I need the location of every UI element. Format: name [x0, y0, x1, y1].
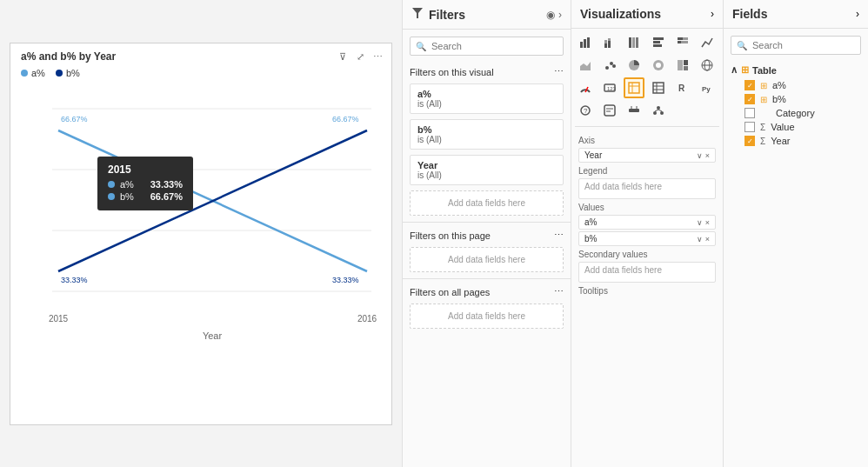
viz-axis-remove[interactable]: ×	[705, 151, 710, 160]
viz-icon-line[interactable]	[697, 32, 718, 53]
fields-checkbox-year[interactable]: ✓	[744, 136, 755, 146]
viz-icon-card[interactable]: 123	[599, 77, 620, 98]
viz-icon-bar[interactable]	[575, 32, 596, 53]
filter-item-a[interactable]: a% is (All)	[410, 83, 564, 114]
viz-values-a-chevron[interactable]: ∨	[697, 218, 703, 227]
fields-label-category: Category	[776, 108, 815, 118]
filters-allpages-more[interactable]: ⋯	[554, 286, 564, 297]
viz-icon-stackbar[interactable]	[599, 32, 620, 53]
filters-page-more[interactable]: ⋯	[554, 230, 564, 241]
svg-point-42	[656, 63, 661, 68]
viz-icon-hbar[interactable]	[648, 32, 669, 53]
fields-search-input[interactable]	[731, 36, 861, 55]
fields-item-category[interactable]: Category	[727, 106, 865, 120]
svg-point-70	[653, 111, 657, 115]
filters-label: Filters	[429, 8, 465, 22]
fields-label-b: b%	[772, 94, 786, 104]
filters-search-input[interactable]	[410, 37, 564, 56]
fields-table-header[interactable]: ∧ ⊞ Table	[727, 62, 865, 78]
viz-panel: Visualizations › 123 R Py ? Ax	[571, 0, 724, 467]
svg-rect-32	[678, 37, 683, 40]
svg-rect-20	[584, 39, 586, 48]
fields-expand-icon[interactable]: ›	[856, 8, 859, 20]
filters-visual-more[interactable]: ⋯	[554, 66, 564, 77]
filters-add-visual[interactable]: Add data fields here	[410, 190, 564, 216]
expand-icon[interactable]: ⤢	[353, 50, 367, 64]
viz-icon-100bar[interactable]	[624, 32, 644, 53]
filter-item-a-value: is (All)	[417, 99, 556, 109]
filter-item-year[interactable]: Year is (All)	[410, 155, 564, 185]
legend-item-b: b%	[56, 68, 80, 78]
svg-point-39	[612, 64, 616, 68]
fields-item-year[interactable]: ✓ Σ Year	[727, 134, 865, 148]
viz-legend-box[interactable]: Add data fields here	[578, 178, 716, 199]
filters-add-allpages[interactable]: Add data fields here	[410, 304, 564, 329]
viz-icon-qa[interactable]: ?	[575, 100, 596, 121]
viz-expand-icon[interactable]: ›	[711, 8, 714, 20]
svg-rect-63	[604, 105, 615, 116]
filters-page-section: Filters on this page ⋯	[403, 226, 571, 244]
viz-icon-hstack[interactable]	[672, 32, 693, 53]
filters-add-page[interactable]: Add data fields here	[410, 247, 564, 272]
svg-rect-26	[629, 37, 631, 48]
svg-rect-24	[608, 41, 611, 48]
viz-icon-scatter[interactable]	[599, 55, 620, 76]
viz-icon-donut[interactable]	[648, 55, 669, 76]
fields-checkbox-a[interactable]: ✓	[744, 80, 755, 90]
viz-icon-gauge[interactable]	[575, 77, 596, 98]
fields-item-a[interactable]: ✓ ⊞ a%	[727, 78, 865, 92]
viz-icon-decomp[interactable]	[648, 100, 669, 121]
filters-page-label: Filters on this page	[410, 230, 491, 241]
viz-values-label: Values	[578, 203, 716, 212]
fields-item-value[interactable]: Σ Value	[727, 120, 865, 134]
svg-rect-31	[653, 44, 662, 47]
viz-icon-brush[interactable]	[624, 100, 644, 121]
filters-expand-icon[interactable]: ›	[558, 9, 562, 21]
fields-table-name: Table	[752, 65, 777, 76]
viz-axis-year-tag[interactable]: Year ∨ ×	[578, 148, 716, 163]
fields-checkbox-b[interactable]: ✓	[744, 94, 755, 104]
svg-text:Year: Year	[203, 330, 223, 341]
viz-icon-treemap[interactable]	[672, 55, 693, 76]
svg-text:123: 123	[607, 86, 616, 91]
more-icon[interactable]: ⋯	[371, 50, 384, 64]
filters-header-icons: ◉ ›	[546, 9, 562, 21]
fields-item-b[interactable]: ✓ ⊞ b%	[727, 92, 865, 106]
fields-label-year: Year	[771, 136, 790, 146]
filters-eye-icon[interactable]: ◉	[546, 9, 555, 21]
svg-text:2016: 2016	[357, 314, 377, 324]
viz-icon-area[interactable]	[575, 55, 596, 76]
svg-point-69	[657, 106, 660, 110]
viz-icon-smartnarratives[interactable]	[599, 100, 620, 121]
viz-values-b-chevron[interactable]: ∨	[697, 235, 703, 244]
fields-icon-a: ⊞	[760, 81, 767, 90]
viz-icon-py[interactable]: Py	[697, 77, 718, 98]
viz-axis-chevron[interactable]: ∨	[697, 151, 703, 160]
filters-allpages-label: Filters on all pages	[410, 287, 490, 297]
viz-icon-r[interactable]: R	[672, 77, 693, 98]
viz-icon-pie[interactable]	[624, 55, 644, 76]
viz-values-b-remove[interactable]: ×	[705, 235, 710, 244]
viz-icon-matrix[interactable]	[648, 77, 669, 98]
viz-axis-label: Axis	[578, 136, 716, 145]
viz-values-b-tag[interactable]: b% ∨ ×	[578, 231, 716, 246]
filter-icon[interactable]: ⊽	[336, 50, 350, 64]
chart-svg: 70% 60% 50% 40% 66.67% 33.33% 66.67% 33.…	[45, 87, 380, 383]
filter-item-b[interactable]: b% is (All)	[410, 119, 564, 150]
viz-secondary-box[interactable]: Add data fields here	[578, 262, 716, 283]
viz-values-a-tag[interactable]: a% ∨ ×	[578, 215, 716, 230]
fields-table-group: ∧ ⊞ Table ✓ ⊞ a% ✓ ⊞ b% Category Σ Value	[724, 62, 868, 148]
filter-item-year-value: is (All)	[417, 170, 556, 180]
viz-values-b-actions: ∨ ×	[697, 235, 710, 244]
viz-icon-table[interactable]	[624, 77, 644, 98]
fields-checkbox-category[interactable]	[744, 108, 755, 118]
svg-rect-35	[681, 41, 688, 43]
fields-checkbox-value[interactable]	[744, 122, 755, 132]
viz-icon-map[interactable]	[697, 55, 718, 76]
svg-rect-27	[632, 37, 635, 48]
viz-tooltips-label: Tooltips	[578, 286, 716, 296]
filter-funnel-icon	[411, 7, 424, 22]
viz-values-a-remove[interactable]: ×	[705, 218, 710, 227]
svg-text:66.67%: 66.67%	[61, 115, 88, 123]
svg-point-71	[660, 111, 664, 115]
